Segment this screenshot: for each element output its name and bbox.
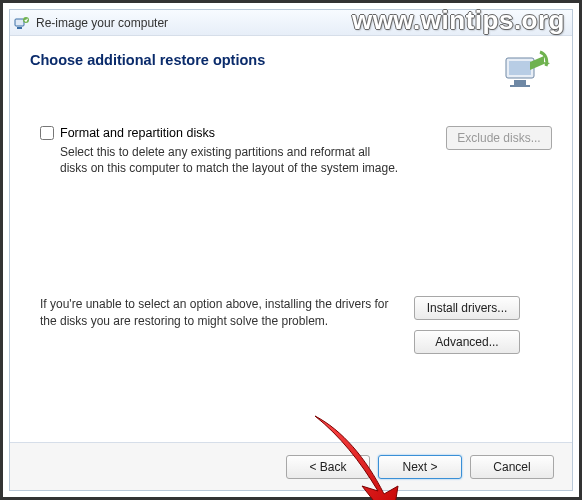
restore-computer-icon bbox=[500, 46, 552, 98]
svg-point-2 bbox=[23, 17, 29, 23]
svg-rect-0 bbox=[15, 19, 24, 26]
title-bar: Re-image your computer bbox=[10, 10, 572, 36]
exclude-disks-button: Exclude disks... bbox=[446, 126, 552, 150]
wizard-body: Choose additional restore options bbox=[10, 36, 572, 490]
drivers-section: If you're unable to select an option abo… bbox=[40, 296, 552, 354]
page-title: Choose additional restore options bbox=[30, 52, 500, 68]
drivers-buttons: Install drivers... Advanced... bbox=[414, 296, 520, 354]
format-checkbox-row[interactable]: Format and repartition disks bbox=[40, 126, 432, 140]
wizard-window: Re-image your computer Choose additional… bbox=[9, 9, 573, 491]
app-icon bbox=[14, 15, 30, 31]
cancel-button[interactable]: Cancel bbox=[470, 455, 554, 479]
format-option-left: Format and repartition disks Select this… bbox=[40, 126, 432, 176]
format-option-row: Format and repartition disks Select this… bbox=[40, 126, 552, 176]
svg-rect-6 bbox=[510, 85, 530, 87]
format-checkbox-label: Format and repartition disks bbox=[60, 126, 215, 140]
wizard-content: Format and repartition disks Select this… bbox=[10, 106, 572, 442]
next-button[interactable]: Next > bbox=[378, 455, 462, 479]
format-checkbox[interactable] bbox=[40, 126, 54, 140]
screenshot-frame: Re-image your computer Choose additional… bbox=[0, 0, 582, 500]
window-title: Re-image your computer bbox=[36, 16, 168, 30]
wizard-header: Choose additional restore options bbox=[10, 36, 572, 106]
svg-rect-5 bbox=[514, 80, 526, 85]
wizard-footer: < Back Next > Cancel bbox=[10, 442, 572, 490]
svg-rect-1 bbox=[17, 27, 22, 29]
format-description: Select this to delete any existing parti… bbox=[40, 144, 400, 176]
svg-rect-4 bbox=[509, 61, 531, 75]
advanced-button[interactable]: Advanced... bbox=[414, 330, 520, 354]
drivers-help-text: If you're unable to select an option abo… bbox=[40, 296, 400, 328]
back-button[interactable]: < Back bbox=[286, 455, 370, 479]
install-drivers-button[interactable]: Install drivers... bbox=[414, 296, 520, 320]
